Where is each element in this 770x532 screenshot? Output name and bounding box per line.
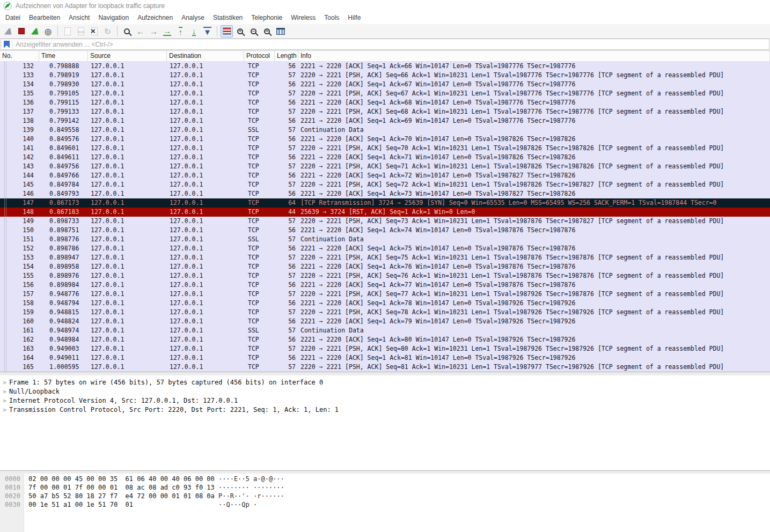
packet-destination: 127.0.0.1 xyxy=(167,198,244,208)
detail-row[interactable]: Null/Loopback xyxy=(0,387,770,396)
zoom-in-icon[interactable]: + xyxy=(234,25,246,38)
packet-row[interactable]: 160 0.948824 127.0.0.1 127.0.0.1 TCP 56 … xyxy=(0,317,770,326)
packet-row[interactable]: 161 0.948974 127.0.0.1 127.0.0.1 SSL 57 … xyxy=(0,326,770,335)
packet-row[interactable]: 143 0.849756 127.0.0.1 127.0.0.1 TCP 57 … xyxy=(0,162,770,171)
packet-row[interactable]: 155 0.898976 127.0.0.1 127.0.0.1 TCP 57 … xyxy=(0,271,770,280)
menu-item[interactable]: Bearbeiten xyxy=(25,12,64,24)
packet-row[interactable]: 151 0.898776 127.0.0.1 127.0.0.1 SSL 57 … xyxy=(0,235,770,244)
menu-item[interactable]: Datei xyxy=(1,12,25,24)
expand-chevron-icon[interactable] xyxy=(0,387,9,396)
packet-row[interactable]: 136 0.799115 127.0.0.1 127.0.0.1 TCP 56 … xyxy=(0,98,770,107)
packet-time: 0.867173 xyxy=(39,198,88,208)
packet-source: 127.0.0.1 xyxy=(88,208,167,217)
hex-dump-pane: 0000 02 00 00 00 45 00 00 35 61 06 40 00… xyxy=(0,474,770,532)
hex-row[interactable]: 0030 00 1e 51 a1 00 1e 51 70 01 ··Q···Qp… xyxy=(0,501,770,509)
packet-row[interactable]: 162 0.948984 127.0.0.1 127.0.0.1 TCP 56 … xyxy=(0,335,770,344)
packet-no: 165 xyxy=(0,363,39,372)
packet-row[interactable]: 153 0.898947 127.0.0.1 127.0.0.1 TCP 57 … xyxy=(0,253,770,262)
packet-row[interactable]: 164 0.949011 127.0.0.1 127.0.0.1 TCP 56 … xyxy=(0,353,770,363)
last-packet-icon[interactable]: ↓ xyxy=(188,25,200,38)
packet-row[interactable]: 163 0.949003 127.0.0.1 127.0.0.1 TCP 57 … xyxy=(0,344,770,353)
save-file-icon: 010 xyxy=(75,25,87,38)
packet-row[interactable]: 144 0.849766 127.0.0.1 127.0.0.1 TCP 56 … xyxy=(0,171,770,180)
restart-capture-icon[interactable] xyxy=(28,25,41,38)
packet-row[interactable]: 159 0.948815 127.0.0.1 127.0.0.1 TCP 57 … xyxy=(0,308,770,317)
packet-destination: 127.0.0.1 xyxy=(167,280,244,290)
column-header-destination[interactable]: Destination xyxy=(167,51,244,61)
packet-row[interactable]: 137 0.799133 127.0.0.1 127.0.0.1 TCP 57 … xyxy=(0,107,770,116)
hex-row[interactable]: 0010 7f 00 00 01 7f 00 00 01 08 ac 08 ad… xyxy=(0,484,770,492)
packet-row[interactable]: 135 0.799105 127.0.0.1 127.0.0.1 TCP 57 … xyxy=(0,89,770,98)
menu-item[interactable]: Statistiken xyxy=(209,12,247,24)
column-header-length[interactable]: Length xyxy=(275,51,298,61)
packet-destination: 127.0.0.1 xyxy=(167,235,244,244)
menu-item[interactable]: Wireless xyxy=(287,12,320,24)
close-file-icon[interactable]: × xyxy=(88,25,100,38)
menu-item[interactable]: Analyse xyxy=(177,12,209,24)
packet-info: 2220 → 2221 [PSH, ACK] Seq=71 Ack=1 Win=… xyxy=(298,162,770,171)
pane-splitter-top[interactable] xyxy=(0,372,770,375)
packet-row[interactable]: 141 0.849601 127.0.0.1 127.0.0.1 TCP 57 … xyxy=(0,144,770,153)
menu-item[interactable]: Navigation xyxy=(94,12,133,24)
packet-row[interactable]: 165 1.000595 127.0.0.1 127.0.0.1 TCP 57 … xyxy=(0,363,770,372)
go-back-icon[interactable]: ← xyxy=(134,25,146,38)
column-header-no[interactable]: No. xyxy=(0,51,39,61)
stop-capture-icon[interactable] xyxy=(15,25,27,38)
packet-info: 2221 → 2220 [ACK] Seq=1 Ack=77 Win=10147… xyxy=(298,280,770,290)
find-packet-icon[interactable] xyxy=(121,25,133,38)
packet-length: 56 xyxy=(275,280,298,290)
expand-chevron-icon[interactable] xyxy=(0,378,9,387)
packet-row[interactable]: 154 0.898958 127.0.0.1 127.0.0.1 TCP 56 … xyxy=(0,262,770,271)
zoom-out-icon[interactable]: − xyxy=(247,25,260,38)
packet-row[interactable]: 138 0.799142 127.0.0.1 127.0.0.1 TCP 56 … xyxy=(0,116,770,125)
packet-row[interactable]: 147 0.867173 127.0.0.1 127.0.0.1 TCP 64 … xyxy=(0,198,770,208)
packet-row[interactable]: 148 0.867183 127.0.0.1 127.0.0.1 TCP 44 … xyxy=(0,208,770,217)
packet-info: 2221 → 2220 [ACK] Seq=1 Ack=66 Win=10147… xyxy=(298,62,770,71)
expand-chevron-icon[interactable] xyxy=(0,405,9,415)
menu-item[interactable]: Telephonie xyxy=(247,12,287,24)
packet-source: 127.0.0.1 xyxy=(88,326,167,335)
menu-item[interactable]: Ansicht xyxy=(64,12,94,24)
menu-item[interactable]: Tools xyxy=(320,12,343,24)
packet-row[interactable]: 145 0.849784 127.0.0.1 127.0.0.1 TCP 57 … xyxy=(0,180,770,189)
resize-columns-icon[interactable] xyxy=(274,25,287,38)
packet-row[interactable]: 157 0.948776 127.0.0.1 127.0.0.1 TCP 57 … xyxy=(0,290,770,299)
packet-protocol: TCP xyxy=(244,180,275,189)
colorize-packets-icon[interactable] xyxy=(221,25,233,38)
auto-scroll-icon[interactable]: ▼ xyxy=(201,25,214,38)
packet-row[interactable]: 134 0.798930 127.0.0.1 127.0.0.1 TCP 56 … xyxy=(0,80,770,89)
packet-row[interactable]: 140 0.849576 127.0.0.1 127.0.0.1 TCP 56 … xyxy=(0,135,770,144)
capture-options-icon[interactable]: ◎ xyxy=(42,25,54,38)
packet-row[interactable]: 132 0.798888 127.0.0.1 127.0.0.1 TCP 56 … xyxy=(0,62,770,71)
packet-row[interactable]: 158 0.948794 127.0.0.1 127.0.0.1 TCP 56 … xyxy=(0,299,770,308)
detail-row[interactable]: Transmission Control Protocol, Src Port:… xyxy=(0,405,770,415)
column-header-time[interactable]: Time xyxy=(39,51,88,61)
packet-row[interactable]: 133 0.798919 127.0.0.1 127.0.0.1 TCP 57 … xyxy=(0,71,770,80)
column-header-protocol[interactable]: Protocol xyxy=(244,51,275,61)
packet-no: 157 xyxy=(0,290,39,299)
column-header-info[interactable]: Info xyxy=(298,51,770,61)
display-filter-input[interactable] xyxy=(13,40,769,49)
packet-row[interactable]: 152 0.898786 127.0.0.1 127.0.0.1 TCP 56 … xyxy=(0,244,770,253)
first-packet-icon[interactable]: ↑ xyxy=(174,25,187,38)
packet-length: 57 xyxy=(275,162,298,171)
packet-row[interactable]: 156 0.898984 127.0.0.1 127.0.0.1 TCP 56 … xyxy=(0,280,770,290)
detail-row[interactable]: Frame 1: 57 bytes on wire (456 bits), 57… xyxy=(0,378,770,387)
hex-row[interactable]: 0000 02 00 00 00 45 00 00 35 61 06 40 00… xyxy=(0,475,770,484)
menu-item[interactable]: Hilfe xyxy=(343,12,365,24)
menu-item[interactable]: Aufzeichnen xyxy=(133,12,177,24)
packet-row[interactable]: 139 0.849558 127.0.0.1 127.0.0.1 SSL 57 … xyxy=(0,125,770,135)
bookmark-icon[interactable] xyxy=(4,41,10,48)
expand-chevron-icon[interactable] xyxy=(0,396,9,405)
hex-row[interactable]: 0020 50 a7 b5 52 80 18 27 f7 e4 72 00 00… xyxy=(0,492,770,501)
packet-row[interactable]: 142 0.849611 127.0.0.1 127.0.0.1 TCP 56 … xyxy=(0,153,770,162)
packet-row[interactable]: 149 0.898733 127.0.0.1 127.0.0.1 TCP 57 … xyxy=(0,217,770,226)
column-header-source[interactable]: Source xyxy=(88,51,167,61)
packet-row[interactable]: 150 0.898751 127.0.0.1 127.0.0.1 TCP 56 … xyxy=(0,226,770,235)
go-to-packet-icon[interactable]: → xyxy=(161,25,173,38)
detail-row[interactable]: Internet Protocol Version 4, Src: 127.0.… xyxy=(0,396,770,405)
packet-row[interactable]: 146 0.849793 127.0.0.1 127.0.0.1 TCP 56 … xyxy=(0,189,770,198)
zoom-original-icon[interactable]: = xyxy=(261,25,273,38)
go-forward-icon[interactable]: → xyxy=(148,25,160,38)
packet-protocol: TCP xyxy=(244,198,275,208)
